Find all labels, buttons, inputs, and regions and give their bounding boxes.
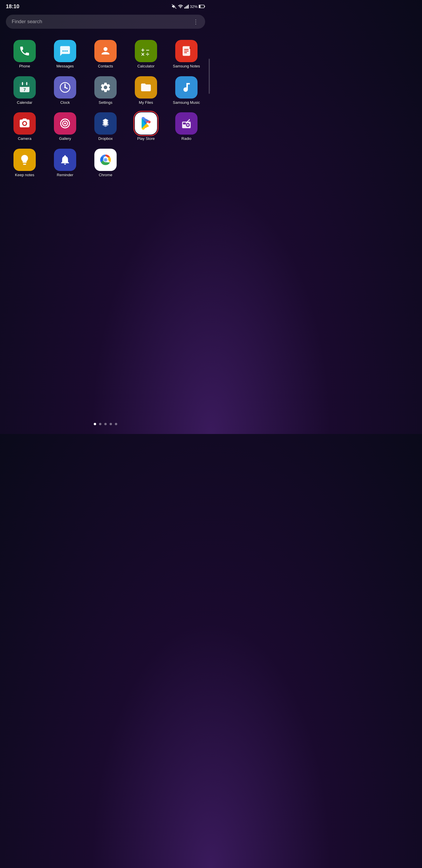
- battery-icon: [199, 5, 205, 8]
- play-store-icon-bg: [135, 112, 157, 134]
- calendar-label: Calendar: [17, 100, 33, 105]
- page-dot-3[interactable]: [104, 423, 107, 425]
- phone-label: Phone: [19, 64, 30, 69]
- svg-point-28: [64, 87, 66, 88]
- svg-point-39: [189, 119, 190, 120]
- calculator-icon-bg: + − × ÷: [135, 40, 157, 62]
- app-calculator[interactable]: + − × ÷ Calculator: [126, 37, 166, 71]
- search-bar[interactable]: Finder search ⋮: [6, 15, 205, 29]
- app-play-store[interactable]: Play Store: [126, 110, 166, 144]
- search-menu-icon[interactable]: ⋮: [193, 18, 199, 25]
- svg-point-29: [23, 122, 26, 125]
- svg-point-44: [105, 159, 106, 161]
- samsung-notes-icon-bg: [175, 40, 197, 62]
- samsung-music-label: Samsung Music: [173, 100, 200, 105]
- chrome-icon-bg: [94, 149, 117, 171]
- svg-point-10: [103, 47, 107, 51]
- radio-icon-bg: [175, 112, 197, 134]
- svg-point-9: [66, 51, 68, 52]
- camera-label: Camera: [18, 136, 31, 141]
- settings-icon-bg: [94, 76, 117, 98]
- messages-label: Messages: [56, 64, 73, 69]
- phone-icon-bg: [13, 40, 36, 62]
- chrome-label: Chrome: [99, 173, 112, 178]
- mute-icon: [171, 4, 177, 9]
- svg-rect-2: [199, 5, 200, 8]
- contacts-icon-bg: [94, 40, 117, 62]
- app-phone[interactable]: Phone: [4, 37, 45, 71]
- page-dot-1[interactable]: [94, 423, 96, 425]
- clock-icon-bg: [54, 76, 76, 98]
- messages-icon-bg: [54, 40, 76, 62]
- page-dot-5[interactable]: [115, 423, 117, 425]
- app-calendar[interactable]: 7 Calendar: [4, 74, 45, 107]
- clock-label: Clock: [60, 100, 70, 105]
- app-reminder[interactable]: Reminder: [45, 146, 85, 180]
- app-chrome[interactable]: Chrome: [85, 146, 126, 180]
- svg-point-36: [188, 125, 188, 125]
- svg-point-8: [64, 51, 66, 52]
- dropbox-label: Dropbox: [98, 136, 112, 141]
- my-files-icon-bg: [135, 76, 157, 98]
- scroll-indicator: [209, 59, 210, 94]
- gallery-label: Gallery: [59, 136, 71, 141]
- app-samsung-music[interactable]: Samsung Music: [166, 74, 206, 107]
- svg-rect-21: [20, 86, 30, 87]
- page-dots: [0, 423, 211, 425]
- app-contacts[interactable]: Contacts: [85, 37, 126, 71]
- app-clock[interactable]: Clock: [45, 74, 85, 107]
- svg-point-30: [27, 121, 29, 122]
- svg-rect-3: [204, 6, 205, 7]
- app-my-files[interactable]: My Files: [126, 74, 166, 107]
- app-grid: Phone Messages Contacts: [0, 35, 211, 182]
- page-dot-2[interactable]: [99, 423, 101, 425]
- app-keep-notes[interactable]: Keep notes: [4, 146, 45, 180]
- battery-percent: 32%: [190, 4, 197, 9]
- camera-icon-bg: [13, 112, 36, 134]
- page-dot-4[interactable]: [109, 423, 112, 425]
- keep-notes-icon-bg: [13, 149, 36, 171]
- status-bar: 18:10 32%: [0, 0, 211, 12]
- samsung-notes-label: Samsung Notes: [173, 64, 200, 69]
- contacts-label: Contacts: [98, 64, 113, 69]
- search-placeholder: Finder search: [12, 19, 42, 25]
- my-files-label: My Files: [139, 100, 153, 105]
- svg-rect-37: [183, 123, 186, 125]
- svg-line-38: [187, 120, 189, 122]
- app-gallery[interactable]: Gallery: [45, 110, 85, 144]
- app-radio[interactable]: Radio: [166, 110, 206, 144]
- gallery-icon-bg: [54, 112, 76, 134]
- svg-text:×: ×: [141, 51, 145, 58]
- status-icons: 32%: [171, 4, 205, 9]
- app-messages[interactable]: Messages: [45, 37, 85, 71]
- app-settings[interactable]: Settings: [85, 74, 126, 107]
- app-dropbox[interactable]: Dropbox: [85, 110, 126, 144]
- calendar-icon-bg: 7: [13, 76, 36, 98]
- signal-icon: [184, 4, 189, 8]
- app-samsung-notes[interactable]: Samsung Notes: [166, 37, 206, 71]
- svg-point-31: [64, 123, 66, 125]
- keep-notes-label: Keep notes: [15, 173, 34, 178]
- svg-text:7: 7: [24, 87, 26, 92]
- reminder-label: Reminder: [57, 173, 73, 178]
- app-camera[interactable]: Camera: [4, 110, 45, 144]
- radio-label: Radio: [182, 136, 191, 141]
- settings-label: Settings: [99, 100, 112, 105]
- calculator-label: Calculator: [137, 64, 155, 69]
- dropbox-icon-bg: [94, 112, 117, 134]
- svg-text:÷: ÷: [146, 51, 149, 58]
- wifi-icon: [178, 4, 183, 9]
- play-store-label: Play Store: [137, 136, 155, 141]
- svg-point-7: [62, 51, 64, 52]
- status-time: 18:10: [6, 3, 19, 10]
- reminder-icon-bg: [54, 149, 76, 171]
- samsung-music-icon-bg: [175, 76, 197, 98]
